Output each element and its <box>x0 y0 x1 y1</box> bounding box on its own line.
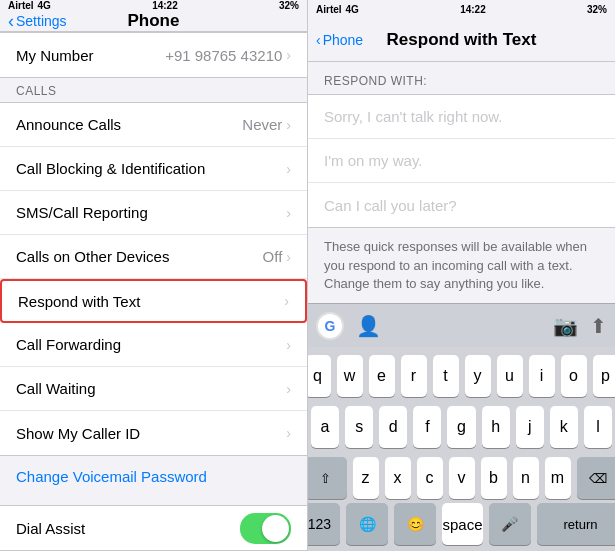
key-r[interactable]: r <box>401 355 427 397</box>
announce-calls-value: Never <box>242 116 282 133</box>
dial-assist-row[interactable]: Dial Assist <box>0 506 307 550</box>
key-l[interactable]: l <box>584 406 612 448</box>
left-status-right: 32% <box>279 0 299 11</box>
right-network-type: 4G <box>346 4 359 15</box>
my-number-label: My Number <box>16 47 94 64</box>
calls-other-right: Off › <box>263 248 291 265</box>
announce-calls-chevron: › <box>286 117 291 133</box>
call-blocking-right: › <box>286 161 291 177</box>
mic-key[interactable]: 🎤 <box>489 503 531 545</box>
camera-icon[interactable]: 📷 <box>553 314 578 338</box>
key-p[interactable]: p <box>593 355 616 397</box>
person-icon[interactable]: 👤 <box>356 314 381 338</box>
key-s[interactable]: s <box>345 406 373 448</box>
key-m[interactable]: m <box>545 457 571 499</box>
response-row-2[interactable]: I'm on my way. <box>308 139 615 183</box>
expand-icon[interactable]: ⬆ <box>590 314 607 338</box>
calls-settings-group: Announce Calls Never › Call Blocking & I… <box>0 102 307 456</box>
call-forwarding-right: › <box>286 337 291 353</box>
key-n[interactable]: n <box>513 457 539 499</box>
delete-key[interactable]: ⌫ <box>577 457 616 499</box>
announce-calls-row[interactable]: Announce Calls Never › <box>0 103 307 147</box>
right-time: 14:22 <box>460 4 486 15</box>
respond-section-header: RESPOND WITH: <box>308 62 615 94</box>
emoji-key[interactable]: 😊 <box>394 503 436 545</box>
key-w[interactable]: w <box>337 355 363 397</box>
call-blocking-row[interactable]: Call Blocking & Identification › <box>0 147 307 191</box>
left-status-carrier: Airtel 4G <box>8 0 51 11</box>
globe-key[interactable]: 🌐 <box>346 503 388 545</box>
right-back-label: Phone <box>323 32 363 48</box>
call-waiting-label: Call Waiting <box>16 380 95 397</box>
caller-id-label: Show My Caller ID <box>16 425 140 442</box>
call-blocking-label: Call Blocking & Identification <box>16 160 205 177</box>
right-panel: Airtel 4G 14:22 32% ‹ Phone Respond with… <box>308 0 615 551</box>
caller-id-row[interactable]: Show My Caller ID › <box>0 411 307 455</box>
call-waiting-chevron: › <box>286 381 291 397</box>
key-u[interactable]: u <box>497 355 523 397</box>
right-nav-bar: ‹ Phone Respond with Text <box>308 20 615 63</box>
dial-assist-label: Dial Assist <box>16 520 85 537</box>
space-key[interactable]: space <box>442 503 482 545</box>
right-carrier: Airtel 4G <box>316 4 359 15</box>
my-number-chevron: › <box>286 47 291 63</box>
left-status-bar: Airtel 4G 14:22 32% <box>0 0 307 11</box>
sms-call-label: SMS/Call Reporting <box>16 204 148 221</box>
battery-level: 32% <box>279 0 299 11</box>
calls-other-devices-row[interactable]: Calls on Other Devices Off › <box>0 235 307 279</box>
left-nav-bar: ‹ Settings Phone <box>0 11 307 32</box>
response-row-3[interactable]: Can I call you later? <box>308 183 615 227</box>
keyboard-bottom-row: 123 🌐 😊 space 🎤 return <box>308 503 615 551</box>
shift-key[interactable]: ⇧ <box>308 457 347 499</box>
keyboard: G 👤 📷 ⬆ q w e r t y u i o p a <box>308 303 615 551</box>
voicemail-password-link[interactable]: Change Voicemail Password <box>0 456 307 497</box>
key-t[interactable]: t <box>433 355 459 397</box>
key-z[interactable]: z <box>353 457 379 499</box>
sms-call-reporting-row[interactable]: SMS/Call Reporting › <box>0 191 307 235</box>
calls-other-value: Off <box>263 248 283 265</box>
right-back-button[interactable]: ‹ Phone <box>316 32 363 48</box>
announce-calls-right: Never › <box>242 116 291 133</box>
left-back-label: Settings <box>16 13 67 29</box>
key-e[interactable]: e <box>369 355 395 397</box>
key-h[interactable]: h <box>482 406 510 448</box>
return-key[interactable]: return <box>537 503 615 545</box>
key-a[interactable]: a <box>311 406 339 448</box>
key-q[interactable]: q <box>308 355 331 397</box>
key-d[interactable]: d <box>379 406 407 448</box>
key-k[interactable]: k <box>550 406 578 448</box>
response-text-2: I'm on my way. <box>324 152 422 169</box>
key-c[interactable]: c <box>417 457 443 499</box>
right-nav-title: Respond with Text <box>387 30 537 50</box>
key-y[interactable]: y <box>465 355 491 397</box>
caller-id-right: › <box>286 425 291 441</box>
left-back-button[interactable]: ‹ Settings <box>8 11 67 32</box>
respond-with-text-row[interactable]: Respond with Text › <box>0 279 307 323</box>
calls-section-header: CALLS <box>0 78 307 102</box>
toggle-thumb <box>262 515 289 542</box>
google-icon[interactable]: G <box>316 312 344 340</box>
call-waiting-row[interactable]: Call Waiting › <box>0 367 307 411</box>
sms-call-chevron: › <box>286 205 291 221</box>
left-status-time: 14:22 <box>152 0 178 11</box>
call-forwarding-row[interactable]: Call Forwarding › <box>0 323 307 367</box>
key-v[interactable]: v <box>449 457 475 499</box>
response-row-1[interactable]: Sorry, I can't talk right now. <box>308 95 615 139</box>
respond-with-text-label: Respond with Text <box>18 293 140 310</box>
key-i[interactable]: i <box>529 355 555 397</box>
response-text-3: Can I call you later? <box>324 197 457 214</box>
numbers-key[interactable]: 123 <box>308 503 340 545</box>
key-g[interactable]: g <box>447 406 475 448</box>
key-row-3: ⇧ z x c v b n m ⌫ <box>311 457 612 499</box>
dial-assist-toggle[interactable] <box>240 513 291 544</box>
key-b[interactable]: b <box>481 457 507 499</box>
left-panel: Airtel 4G 14:22 32% ‹ Settings Phone My … <box>0 0 308 551</box>
key-o[interactable]: o <box>561 355 587 397</box>
key-x[interactable]: x <box>385 457 411 499</box>
key-f[interactable]: f <box>413 406 441 448</box>
carrier-name: Airtel <box>8 0 34 11</box>
my-number-row[interactable]: My Number +91 98765 43210 › <box>0 33 307 77</box>
key-j[interactable]: j <box>516 406 544 448</box>
sms-call-right: › <box>286 205 291 221</box>
call-blocking-chevron: › <box>286 161 291 177</box>
